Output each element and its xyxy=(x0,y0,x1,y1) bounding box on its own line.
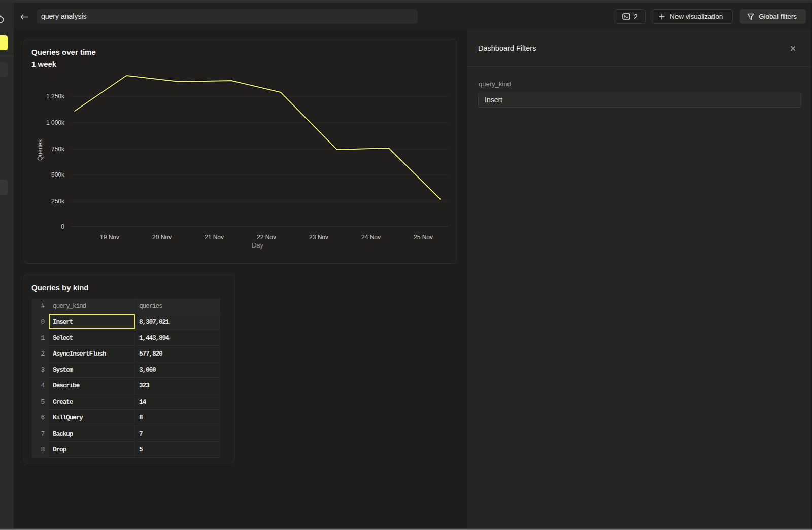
svg-text:1 250k: 1 250k xyxy=(46,93,65,100)
svg-text:0: 0 xyxy=(61,223,64,230)
svg-text:20 Nov: 20 Nov xyxy=(152,234,172,241)
svg-text:Day: Day xyxy=(252,241,264,249)
svg-text:19 Nov: 19 Nov xyxy=(100,234,119,241)
svg-text:750k: 750k xyxy=(51,146,65,153)
svg-text:500k: 500k xyxy=(51,171,65,179)
svg-text:21 Nov: 21 Nov xyxy=(205,234,224,241)
svg-text:25 Nov: 25 Nov xyxy=(414,234,433,241)
svg-text:24 Nov: 24 Nov xyxy=(361,234,381,241)
svg-text:22 Nov: 22 Nov xyxy=(257,234,276,241)
svg-text:250k: 250k xyxy=(51,198,65,205)
svg-text:Queries: Queries xyxy=(37,139,44,161)
svg-text:23 Nov: 23 Nov xyxy=(309,234,328,241)
svg-text:1 000k: 1 000k xyxy=(46,119,65,126)
